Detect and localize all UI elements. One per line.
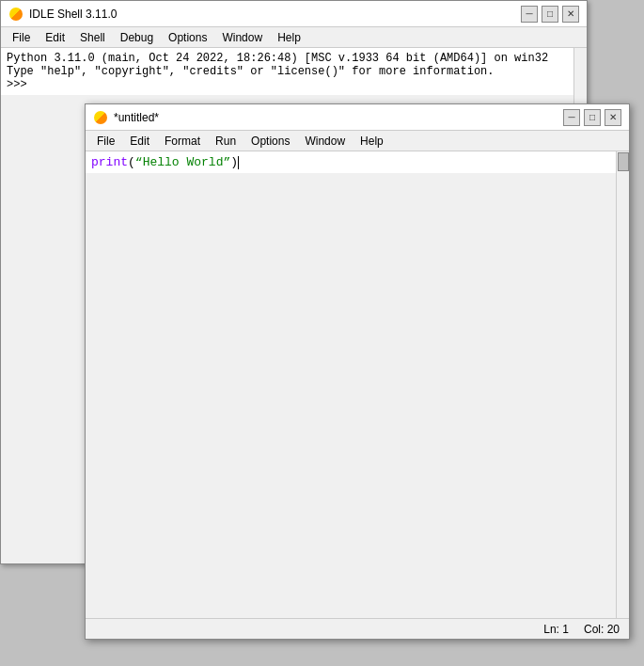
editor-maximize-btn[interactable]: □ [584,109,601,126]
shell-output-line2: Type "help", "copyright", "credits" or "… [7,65,581,78]
shell-content[interactable]: Python 3.11.0 (main, Oct 24 2022, 18:26:… [1,48,587,95]
shell-menu-help[interactable]: Help [270,29,308,46]
shell-minimize-btn[interactable]: ─ [521,6,538,23]
editor-scrollbar[interactable] [616,151,629,618]
status-ln: Ln: 1 [543,623,569,636]
editor-idle-icon [93,110,108,125]
shell-menu-options[interactable]: Options [161,29,214,46]
shell-title-left: IDLE Shell 3.11.0 [8,7,117,22]
editor-content-area: print(“Hello World”) [86,151,629,618]
editor-title-bar: *untitled* ─ □ ✕ [86,104,629,131]
editor-menu-bar: File Edit Format Run Options Window Help [86,131,629,151]
code-paren-close: ) [230,155,238,169]
editor-menu-format[interactable]: Format [157,133,208,150]
code-string-value: “Hello World” [135,155,230,169]
idle-icon [8,7,24,22]
shell-prompt: >>> [7,78,581,91]
shell-menu-debug[interactable]: Debug [113,29,161,46]
shell-close-btn[interactable]: ✕ [562,6,579,23]
editor-content[interactable]: print(“Hello World”) [86,151,629,173]
editor-menu-options[interactable]: Options [243,133,297,150]
editor-menu-file[interactable]: File [89,133,122,150]
shell-output-line1: Python 3.11.0 (main, Oct 24 2022, 18:26:… [7,52,581,65]
shell-title-text: IDLE Shell 3.11.0 [29,8,117,21]
shell-window-controls: ─ □ ✕ [521,6,579,23]
status-col: Col: 20 [584,623,620,636]
shell-menu-bar: File Edit Shell Debug Options Window Hel… [1,27,587,48]
code-paren-open: ( [128,155,135,169]
shell-menu-window[interactable]: Window [214,29,270,46]
code-print-keyword: print [91,155,128,169]
shell-menu-edit[interactable]: Edit [38,29,72,46]
shell-menu-file[interactable]: File [5,29,38,46]
shell-title-bar: IDLE Shell 3.11.0 ─ □ ✕ [1,1,587,27]
cursor [238,156,239,169]
editor-menu-run[interactable]: Run [208,133,243,150]
editor-menu-edit[interactable]: Edit [122,133,157,150]
editor-title-left: *untitled* [93,110,159,125]
editor-menu-window[interactable]: Window [297,133,353,150]
editor-title-text: *untitled* [114,111,159,124]
editor-window: *untitled* ─ □ ✕ File Edit Format Run Op… [85,103,630,640]
editor-status-bar: Ln: 1 Col: 20 [86,618,629,639]
shell-maximize-btn[interactable]: □ [542,6,558,23]
editor-close-btn[interactable]: ✕ [605,109,621,126]
code-line-1: print(“Hello World”) [91,155,623,169]
editor-scrollbar-thumb[interactable] [618,152,629,171]
shell-menu-shell[interactable]: Shell [72,29,113,46]
editor-minimize-btn[interactable]: ─ [563,109,580,126]
editor-window-controls: ─ □ ✕ [563,109,621,126]
editor-menu-help[interactable]: Help [353,133,391,150]
